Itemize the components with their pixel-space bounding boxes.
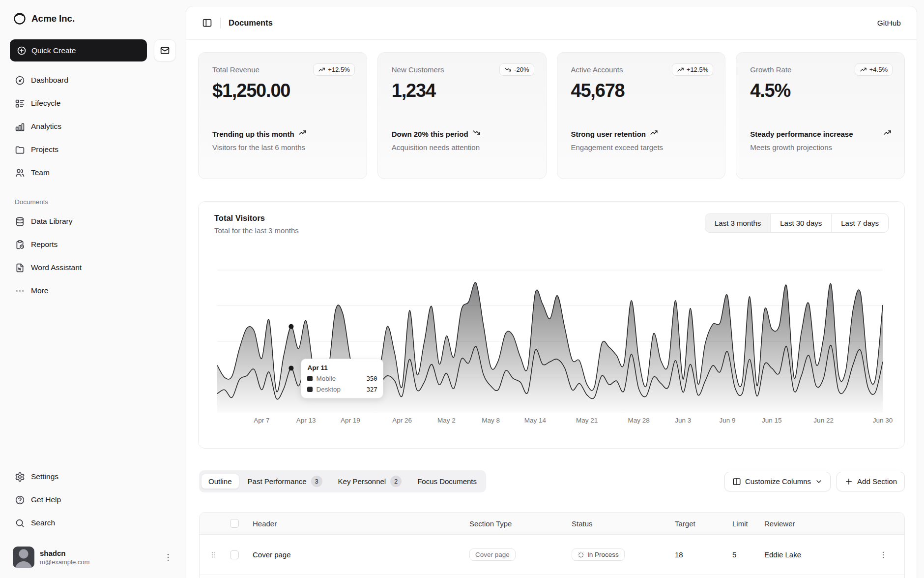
topbar: Documents GitHub <box>186 6 917 40</box>
tab-past-performance[interactable]: Past Performance 3 <box>240 472 330 490</box>
sidebar-item-data-library[interactable]: Data Library <box>10 212 176 231</box>
stat-foot-title: Trending up this month <box>212 128 354 140</box>
folder-icon <box>15 145 25 155</box>
trending-up-icon <box>650 128 658 137</box>
sidebar-item-projects[interactable]: Projects <box>10 140 176 159</box>
tooltip-row-mobile: Mobile 350 <box>307 375 377 382</box>
sidebar-item-search[interactable]: Search <box>10 513 176 533</box>
limit-value[interactable]: 5 <box>729 550 761 559</box>
trending-up-icon <box>298 128 307 137</box>
stat-card-total-revenue: Total Revenue +12.5% $1,250.00 Trending … <box>198 52 367 179</box>
tab-outline[interactable]: Outline <box>201 474 239 489</box>
table-row: Table of contents Table of contents Done… <box>200 575 904 578</box>
quick-create-button[interactable]: Quick Create <box>10 39 147 61</box>
x-tick-label: Apr 19 <box>341 417 360 424</box>
table-row: Cover page Cover page In Process 18 5 Ed… <box>200 534 904 575</box>
stat-foot-desc: Engagement exceed targets <box>571 143 713 152</box>
range-last-30-days[interactable]: Last 30 days <box>770 214 831 232</box>
user-name: shadcn <box>40 549 158 557</box>
x-tick-label: Apr 26 <box>392 417 412 424</box>
dots-icon <box>15 286 25 296</box>
stat-foot-title: Down 20% this period <box>392 128 533 140</box>
users-icon <box>15 168 25 178</box>
x-tick-label: Jun 15 <box>762 417 782 424</box>
trending-up-icon <box>883 128 892 137</box>
x-tick-label: Jun 22 <box>813 417 834 424</box>
trend-badge: +12.5% <box>672 63 713 76</box>
range-last-7-days[interactable]: Last 7 days <box>831 214 888 232</box>
tab-focus-documents[interactable]: Focus Documents <box>410 474 484 489</box>
tab-count-badge: 3 <box>311 476 322 487</box>
sidebar-item-more[interactable]: More <box>10 281 176 301</box>
trend-badge: +12.5% <box>313 63 354 76</box>
search-icon <box>15 518 25 528</box>
col-reviewer: Reviewer <box>761 519 862 528</box>
visitors-area-chart[interactable]: Apr 11 Mobile 350 Desktop 327 <box>217 265 883 413</box>
file-word-icon <box>15 263 25 273</box>
row-checkbox[interactable] <box>230 550 239 559</box>
plus-circle-icon <box>17 46 27 56</box>
sidebar-section-documents: Documents <box>10 198 176 206</box>
x-tick-label: May 28 <box>628 417 649 424</box>
user-menu[interactable]: shadcn m@example.com <box>10 544 176 571</box>
sidebar-item-word-assistant[interactable]: Word Assistant <box>10 258 176 277</box>
database-icon <box>15 216 25 227</box>
sections-table: Header Section Type Status Target Limit … <box>199 512 905 578</box>
stat-value: 45,678 <box>571 80 713 101</box>
stat-foot-desc: Meets growth projections <box>750 143 892 152</box>
sidebar-item-analytics[interactable]: Analytics <box>10 117 176 136</box>
page-title: Documents <box>229 18 273 28</box>
dots-vertical-icon <box>163 552 173 562</box>
stat-card-active-accounts: Active Accounts +12.5% 45,678 Strong use… <box>557 52 726 179</box>
stat-foot-title: Strong user retention <box>571 128 713 140</box>
sidebar-toggle-icon[interactable] <box>202 18 212 28</box>
col-section-type: Section Type <box>466 519 569 528</box>
x-tick-label: May 8 <box>482 417 500 424</box>
sidebar-item-lifecycle[interactable]: Lifecycle <box>10 93 176 113</box>
desktop-swatch <box>307 387 313 392</box>
stat-card-growth-rate: Growth Rate +4.5% 4.5% Steady performanc… <box>736 52 905 179</box>
section-tabs: Outline Past Performance 3 Key Personnel… <box>199 470 486 492</box>
target-value[interactable]: 18 <box>672 550 729 559</box>
brand[interactable]: Acme Inc. <box>10 0 176 26</box>
topbar-separator <box>220 18 221 29</box>
x-tick-label: Jun 3 <box>675 417 691 424</box>
row-header-link[interactable]: Cover page <box>248 550 466 559</box>
stat-card-new-customers: New Customers -20% 1,234 Down 20% this p… <box>377 52 547 179</box>
tab-key-personnel[interactable]: Key Personnel 2 <box>331 472 409 490</box>
inbox-button[interactable] <box>154 39 176 61</box>
col-header: Header <box>248 519 466 528</box>
add-section-button[interactable]: Add Section <box>837 472 905 491</box>
help-circle-icon <box>15 495 25 505</box>
row-menu-button[interactable] <box>862 550 904 559</box>
trending-up-icon <box>677 66 684 73</box>
drag-handle-icon[interactable] <box>200 550 227 559</box>
table-header-row: Header Section Type Status Target Limit … <box>200 513 904 534</box>
tab-count-badge: 2 <box>390 476 402 487</box>
acme-logo-icon <box>13 12 27 26</box>
trending-down-icon <box>504 66 512 73</box>
sidebar-item-dashboard[interactable]: Dashboard <box>10 70 176 90</box>
github-link[interactable]: GitHub <box>877 19 901 28</box>
main-panel: Documents GitHub Total Revenue +12.5% $1… <box>186 6 917 578</box>
customize-columns-button[interactable]: Customize Columns <box>724 472 831 491</box>
range-last-3-months[interactable]: Last 3 months <box>705 214 770 232</box>
x-tick-label: May 14 <box>524 417 546 424</box>
reviewer-value[interactable]: Eddie Lake <box>761 550 862 559</box>
range-toggle-group: Last 3 months Last 30 days Last 7 days <box>705 213 889 233</box>
sidebar-item-reports[interactable]: Reports <box>10 235 176 254</box>
x-tick-label: Jun 30 <box>873 417 893 424</box>
sidebar-item-get-help[interactable]: Get Help <box>10 490 176 510</box>
section-type-badge: Cover page <box>469 548 516 561</box>
col-limit: Limit <box>729 519 761 528</box>
mail-icon <box>160 45 170 56</box>
tooltip-date: Apr 11 <box>307 364 377 371</box>
sidebar-item-team[interactable]: Team <box>10 163 176 183</box>
select-all-checkbox[interactable] <box>230 519 239 528</box>
mobile-swatch <box>307 376 313 381</box>
brand-name: Acme Inc. <box>31 13 75 24</box>
sidebar-item-settings[interactable]: Settings <box>10 467 176 487</box>
stat-foot-desc: Visitors for the last 6 months <box>212 143 354 152</box>
stat-value: $1,250.00 <box>212 80 354 101</box>
stat-cards: Total Revenue +12.5% $1,250.00 Trending … <box>198 52 905 179</box>
